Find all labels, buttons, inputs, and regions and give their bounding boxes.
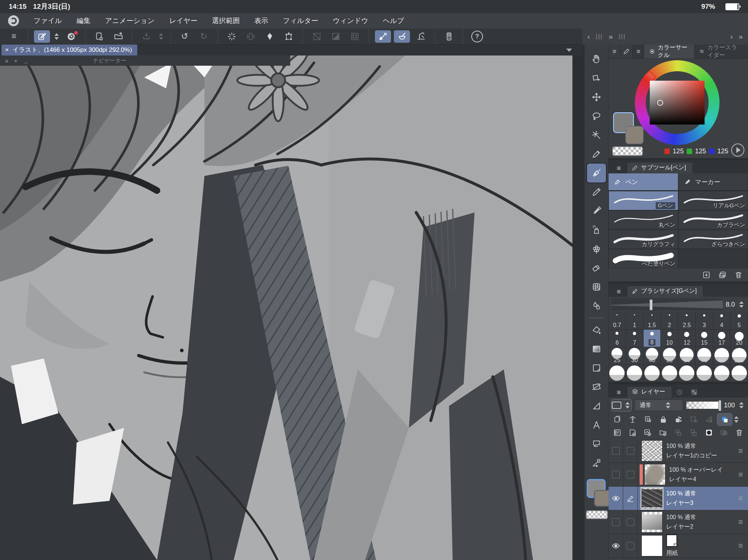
edge-keyboard-button[interactable] [441, 30, 457, 43]
processing-button[interactable] [224, 30, 240, 43]
hue-ring[interactable] [635, 60, 720, 145]
navigator-close-icon[interactable]: × [14, 58, 18, 64]
document-tab[interactable]: × イラスト、(1466 x 1005px 300dpi 292.0%) [1, 45, 137, 55]
size-option[interactable]: 50 [661, 347, 678, 365]
layer-property-button[interactable] [610, 427, 625, 438]
group-tab-marker[interactable]: マーカー [678, 173, 748, 190]
tool-liquify[interactable] [587, 296, 606, 315]
collapse-right-icon[interactable]: › [730, 32, 733, 41]
layer-row[interactable]: 100 % オーバーレイ レイヤー4 ≡ [609, 463, 748, 487]
size-option[interactable]: 2 [661, 312, 678, 330]
transfer-layer-button[interactable] [671, 427, 686, 438]
menu-layer[interactable]: レイヤー [169, 16, 197, 26]
main-menu-button[interactable]: ≡ [6, 30, 22, 43]
layer-thumbnail[interactable] [641, 511, 663, 533]
tool-frame-border[interactable] [587, 377, 606, 396]
undo-button[interactable]: ↺ [177, 30, 193, 43]
size-option[interactable]: 15 [696, 330, 713, 347]
hue-cursor[interactable] [645, 70, 656, 81]
close-tab-icon[interactable]: × [5, 46, 9, 54]
brush-size-menu-button[interactable]: ≡ [611, 287, 627, 297]
tool-eyedropper[interactable] [587, 145, 606, 164]
lock-draft-button[interactable] [671, 414, 686, 425]
new-raster-layer-button[interactable] [625, 427, 640, 438]
size-option[interactable]: 6 [609, 330, 626, 347]
clip-to-layer-below-button[interactable] [610, 414, 625, 425]
layer-color-button[interactable] [717, 414, 732, 425]
redo-button[interactable]: ↻ [196, 30, 212, 43]
subtool-menu-button[interactable]: ≡ [611, 163, 627, 173]
new-canvas-button[interactable] [91, 30, 107, 43]
size-option[interactable] [696, 365, 713, 382]
import-subtool-icon[interactable] [702, 271, 711, 279]
snap-grid-button[interactable] [413, 30, 429, 43]
layer-drag-handle[interactable]: ≡ [733, 518, 748, 526]
group-tab-pen[interactable]: ペン [609, 173, 678, 190]
brush-item[interactable]: 丸ペン [609, 210, 678, 230]
tool-pencil[interactable] [587, 183, 606, 202]
clip-studio-logo-icon[interactable] [8, 15, 19, 26]
layer-search-tab[interactable] [672, 387, 687, 398]
drag-grip-icon[interactable]: ||| [596, 33, 603, 40]
drag-grip-icon[interactable]: ||| [619, 33, 626, 40]
selection-disabled-button[interactable] [687, 414, 701, 425]
layer-row[interactable]: 100 % 通常 レイヤー1のコピー ≡ [609, 439, 748, 463]
menu-selection[interactable]: 選択範囲 [212, 16, 240, 26]
merge-down-button[interactable] [686, 427, 701, 438]
sub-color-swatch[interactable] [625, 126, 644, 144]
tool-correct-line[interactable] [587, 453, 606, 472]
layer-row-selected[interactable]: 100 % 通常 レイヤー3 ≡ [609, 487, 748, 510]
open-export-button[interactable] [110, 30, 126, 43]
saturation-value-square[interactable] [650, 81, 705, 124]
tool-eraser[interactable] [587, 258, 606, 277]
brush-item[interactable]: Gペン [609, 191, 678, 210]
brush-item[interactable]: べた塗りペン [609, 249, 678, 268]
layer-drag-handle[interactable]: ≡ [733, 541, 748, 550]
edit-target-cell[interactable] [623, 463, 638, 486]
layer-menu-button[interactable]: ≡ [611, 387, 627, 398]
blend-tool-button[interactable] [262, 30, 278, 43]
size-option[interactable] [661, 365, 678, 382]
tabbar-collapse-icon[interactable] [566, 49, 572, 52]
size-option[interactable] [644, 365, 661, 382]
new-vector-layer-button[interactable] [641, 427, 655, 438]
create-mask-button[interactable] [702, 427, 716, 438]
layer-drag-handle[interactable]: ≡ [733, 470, 748, 479]
size-option[interactable]: 100 [730, 347, 748, 365]
snap-special-ruler-button[interactable] [394, 30, 410, 43]
reference-layer-button[interactable] [625, 414, 640, 425]
menu-filter[interactable]: フィルター [283, 16, 318, 26]
tool-stepper[interactable] [53, 33, 60, 40]
size-option[interactable]: 20 [730, 330, 748, 347]
tool-brush[interactable] [587, 202, 606, 220]
opacity-handle[interactable] [718, 400, 721, 411]
visibility-cell[interactable] [609, 463, 623, 486]
tool-operate-object[interactable] [587, 69, 606, 88]
brush-item[interactable]: リアルGペン [678, 191, 748, 210]
tool-pen[interactable] [587, 164, 606, 183]
brush-item[interactable]: カリグラフィ [609, 230, 678, 249]
expand-all-icon[interactable]: » [739, 32, 743, 41]
visibility-cell[interactable] [609, 510, 623, 534]
size-option[interactable]: 30 [626, 347, 644, 365]
deselect-button[interactable] [309, 30, 325, 43]
size-option[interactable]: 0.7 [609, 312, 626, 330]
size-option[interactable]: 1.5 [644, 312, 661, 330]
visibility-cell[interactable] [609, 534, 623, 557]
visibility-cell[interactable] [609, 487, 623, 510]
shake-device-button[interactable] [243, 30, 259, 43]
size-option[interactable]: 12 [678, 330, 696, 347]
size-option[interactable] [626, 365, 644, 382]
apply-mask-button[interactable] [717, 427, 731, 438]
menu-edit[interactable]: 編集 [77, 16, 91, 26]
visibility-cell[interactable] [609, 439, 623, 463]
size-option[interactable] [730, 365, 748, 382]
brush-item[interactable]: カブラペン [678, 210, 748, 230]
collapse-left-icon[interactable]: ‹ [587, 32, 590, 41]
size-option[interactable]: 3 [696, 312, 713, 330]
sv-cursor[interactable] [657, 100, 663, 106]
transform-button[interactable] [281, 30, 297, 43]
tool-move-layer[interactable] [587, 88, 606, 107]
menu-help[interactable]: ヘルプ [383, 16, 404, 26]
size-option[interactable] [609, 365, 626, 382]
